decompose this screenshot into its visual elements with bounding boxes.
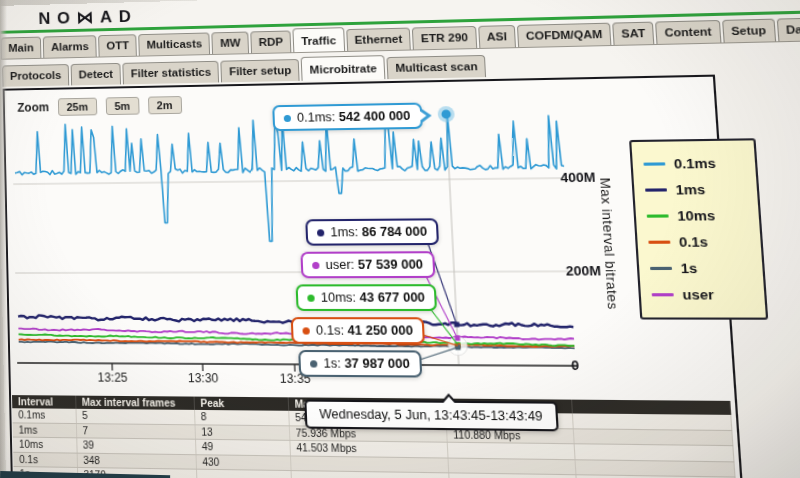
tab-main[interactable]: Main xyxy=(0,37,41,59)
cell-value: 5 xyxy=(76,409,195,424)
tooltip-0-1s: 0.1s: 41 250 000 xyxy=(291,317,425,344)
tooltip-10ms: 10ms: 43 677 000 xyxy=(296,284,438,311)
cell-value: 348 xyxy=(77,453,196,470)
tooltip-value: 43 677 000 xyxy=(359,290,425,304)
tooltip-bullet xyxy=(307,295,314,302)
tab-setup[interactable]: Setup xyxy=(722,19,776,43)
legend-label: 1ms xyxy=(675,182,706,198)
legend-swatch-0-1s xyxy=(648,241,670,244)
tab-asi[interactable]: ASI xyxy=(478,25,516,48)
gridline xyxy=(15,271,572,273)
cell-value xyxy=(291,471,449,478)
tab-mw[interactable]: MW xyxy=(212,32,249,54)
cursor-marker-user xyxy=(455,336,461,341)
tooltip-series-label: 1s: xyxy=(323,356,345,371)
subtab-protocols[interactable]: Protocols xyxy=(2,64,69,87)
tab-traffic[interactable]: Traffic xyxy=(293,27,345,52)
cursor-date-tooltip: Wednesday, 5 Jun, 13:43:45-13:43:49 xyxy=(304,400,558,432)
legend-swatch-10ms xyxy=(647,214,669,217)
tooltip-bullet xyxy=(317,229,324,236)
legend-label: 10ms xyxy=(677,208,716,224)
chart-legend: 0.1ms1ms10ms0.1s1suser xyxy=(629,138,768,319)
cursor-tooltips: 0.1ms: 542 400 0001ms: 86 784 000user: 5… xyxy=(0,0,800,6)
legend-swatch-user xyxy=(652,293,674,296)
legend-label: 0.1s xyxy=(679,234,709,250)
legend-label: user xyxy=(682,287,714,303)
chart-svg: 13:2513:3013:35 xyxy=(8,106,592,387)
subtab-filter-statistics[interactable]: Filter statistics xyxy=(123,61,220,85)
zoom-button-5m[interactable]: 5m xyxy=(105,97,139,115)
table-header-interval-0: Interval xyxy=(12,395,76,409)
tooltip-1s: 1s: 37 987 000 xyxy=(298,350,422,378)
table-header-max-interval-frames-1: Max interval frames xyxy=(75,396,194,410)
cell-value: 49 xyxy=(195,439,290,455)
cell-interval: 1ms xyxy=(13,422,77,437)
tab-content[interactable]: Content xyxy=(655,20,721,44)
cell-value xyxy=(447,442,575,459)
legend-swatch-0-1ms xyxy=(643,162,665,165)
tooltip-bullet xyxy=(284,115,291,122)
legend-item-1ms[interactable]: 1ms xyxy=(644,176,746,203)
y-tick-400m: 400M xyxy=(560,169,596,185)
tooltip-series-label: 10ms: xyxy=(320,290,359,304)
legend-item-user[interactable]: user xyxy=(651,281,754,308)
tab-sat[interactable]: SAT xyxy=(612,22,654,45)
series-line-0-1ms xyxy=(14,112,568,242)
subtab-filter-setup[interactable]: Filter setup xyxy=(221,59,300,82)
table-header-spacer xyxy=(571,400,730,415)
tooltip-series-label: user: xyxy=(325,258,358,272)
legend-item-0-1s[interactable]: 0.1s xyxy=(648,229,751,256)
tab-alarms[interactable]: Alarms xyxy=(43,35,97,58)
cell-value: 430 xyxy=(195,454,290,470)
legend-item-10ms[interactable]: 10ms xyxy=(646,202,749,229)
y-tick-0: 0 xyxy=(571,357,580,373)
nomad-logo: NO⋈AD xyxy=(38,6,138,29)
legend-item-1s[interactable]: 1s xyxy=(649,255,752,282)
tooltip-1ms: 1ms: 86 784 000 xyxy=(305,218,439,245)
y-tick-200m: 200M xyxy=(565,263,601,279)
legend-label: 1s xyxy=(680,260,698,276)
cell-interval: 0.1s xyxy=(13,452,77,468)
cell-value xyxy=(448,473,576,478)
legend-swatch-1s xyxy=(650,267,672,270)
tooltip-bullet xyxy=(310,360,318,367)
legend-label: 0.1ms xyxy=(673,155,716,171)
x-tick-label-13-25: 13:25 xyxy=(97,371,127,384)
tooltip-value: 37 987 000 xyxy=(344,356,410,371)
tooltip-value: 57 539 000 xyxy=(358,257,424,272)
zoom-button-2m[interactable]: 2m xyxy=(148,96,182,114)
legend-item-0-1ms[interactable]: 0.1ms xyxy=(643,150,745,177)
zoom-toolbar: Zoom 25m5m2m xyxy=(17,96,182,117)
cell-value: 7 xyxy=(76,423,195,439)
cell-value: 13 xyxy=(194,424,289,440)
tab-rdp[interactable]: RDP xyxy=(250,30,291,53)
legend-swatch-1ms xyxy=(645,188,667,191)
gridline xyxy=(13,178,567,184)
tooltip-value: 86 784 000 xyxy=(362,225,428,240)
tab-etr-290[interactable]: ETR 290 xyxy=(412,26,477,50)
tooltip-user: user: 57 539 000 xyxy=(300,251,435,278)
subtab-multicast-scan[interactable]: Multicast scan xyxy=(387,55,487,79)
zoom-button-25m[interactable]: 25m xyxy=(58,98,98,116)
tab-ott[interactable]: OTT xyxy=(98,34,137,56)
subtab-detect[interactable]: Detect xyxy=(71,63,122,86)
tab-cofdm-qam[interactable]: COFDM/QAM xyxy=(517,23,612,47)
tooltip-0-1ms: 0.1ms: 542 400 000 xyxy=(272,103,422,132)
tab-multicasts[interactable]: Multicasts xyxy=(138,32,210,55)
cell-value xyxy=(196,469,291,478)
tab-ethernet[interactable]: Ethernet xyxy=(346,28,411,51)
x-tick-label-13-30: 13:30 xyxy=(188,372,219,385)
y-axis-ticks: 400M200M0 xyxy=(0,0,800,6)
tooltip-series-label: 1ms: xyxy=(330,225,362,239)
app-stage: NO⋈AD MainAlarmsOTTMulticastsMWRDPTraffi… xyxy=(0,0,800,478)
tab-data[interactable]: Data xyxy=(776,17,800,41)
microbitrate-chart[interactable]: 13:2513:3013:35 xyxy=(8,106,592,387)
tooltip-bullet xyxy=(312,262,319,269)
cell-interval: 10ms xyxy=(13,437,77,453)
cell-value: 8 xyxy=(194,410,289,425)
table-header-peak-2: Peak xyxy=(194,397,289,411)
subtab-microbitrate[interactable]: Microbitrate xyxy=(301,55,386,81)
tooltip-series-label: 0.1s: xyxy=(316,323,348,337)
x-axis-line xyxy=(17,363,578,366)
tooltip-series-label: 0.1ms: xyxy=(297,110,339,125)
